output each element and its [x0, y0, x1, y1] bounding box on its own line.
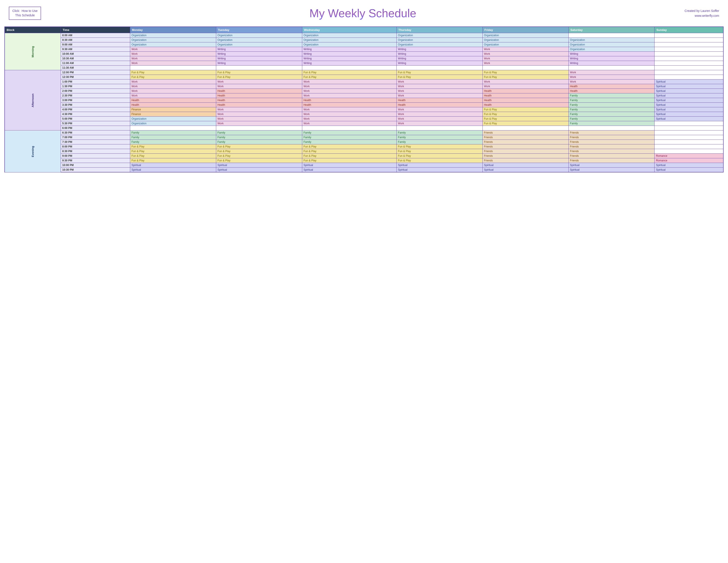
schedule-cell: Family	[130, 140, 216, 144]
schedule-cell: Spiritual	[655, 98, 723, 103]
schedule-cell: Health	[482, 98, 569, 103]
schedule-cell: Fun & Play	[216, 144, 302, 149]
schedule-cell: Work	[569, 75, 655, 79]
time-cell: 8:00 AM	[61, 33, 130, 38]
col-header-saturday: Saturday	[569, 27, 655, 33]
schedule-cell: Family	[302, 140, 396, 144]
schedule-cell: Writing	[302, 47, 396, 52]
time-cell: 8:30 PM	[61, 149, 130, 154]
schedule-cell: Fun & Play	[302, 75, 396, 79]
schedule-cell: Friends	[482, 144, 569, 149]
schedule-cell: Work	[130, 93, 216, 98]
schedule-cell: Work	[130, 84, 216, 89]
schedule-cell: Friends	[569, 154, 655, 158]
schedule-cell: Fun & Play	[216, 75, 302, 79]
schedule-cell: Work	[396, 84, 482, 89]
schedule-cell: Health	[569, 89, 655, 93]
col-header-wednesday: Wednesday	[302, 27, 396, 33]
schedule-cell: Family	[569, 98, 655, 103]
schedule-cell	[655, 70, 723, 75]
schedule-cell	[130, 126, 216, 130]
time-cell: 12:30 PM	[61, 75, 130, 79]
schedule-cell: Spiritual	[396, 167, 482, 172]
schedule-cell: Spiritual	[655, 93, 723, 98]
schedule-cell	[569, 126, 655, 130]
schedule-cell: Friends	[482, 140, 569, 144]
col-header-time: Time	[61, 27, 130, 33]
schedule-cell: Spiritual	[216, 167, 302, 172]
schedule-cell: Writing	[216, 52, 302, 56]
block-cell-morning: Morning	[5, 33, 61, 70]
schedule-cell: Friends	[482, 149, 569, 154]
schedule-cell: Family	[302, 135, 396, 140]
schedule-cell: Health	[482, 93, 569, 98]
schedule-cell: Spiritual	[569, 167, 655, 172]
schedule-table: Block Time Monday Tuesday Wednesday Thur…	[4, 26, 724, 172]
how-to-use-button[interactable]: Click: How to Use This Schedule	[9, 7, 41, 20]
schedule-cell: Writing	[396, 47, 482, 52]
schedule-cell: Romance	[655, 158, 723, 163]
schedule-cell: Fun & Play	[130, 154, 216, 158]
schedule-cell: Organization	[130, 42, 216, 47]
schedule-cell: Spiritual	[655, 163, 723, 167]
schedule-cell: Work	[482, 56, 569, 61]
schedule-cell: Spiritual	[130, 163, 216, 167]
schedule-cell: Work	[302, 117, 396, 121]
schedule-cell: Fun & Play	[482, 121, 569, 126]
schedule-cell: Family	[216, 130, 302, 135]
schedule-cell: Work	[130, 47, 216, 52]
schedule-cell: Work	[302, 112, 396, 117]
schedule-cell: Writing	[396, 52, 482, 56]
schedule-cell: Family	[569, 93, 655, 98]
schedule-cell: Fun & Play	[302, 154, 396, 158]
schedule-cell: Writing	[569, 61, 655, 66]
time-cell: 4:00 PM	[61, 107, 130, 112]
schedule-cell: Work	[569, 79, 655, 84]
schedule-cell	[655, 47, 723, 52]
time-cell: 2:30 PM	[61, 93, 130, 98]
schedule-cell: Friends	[569, 130, 655, 135]
schedule-cell: Spiritual	[655, 117, 723, 121]
schedule-cell: Work	[216, 79, 302, 84]
time-cell: 9:00 PM	[61, 154, 130, 158]
schedule-cell: Fun & Play	[482, 70, 569, 75]
schedule-cell: Family	[130, 135, 216, 140]
block-cell-afternoon: Afternoon	[5, 70, 61, 130]
schedule-cell: Writing	[216, 56, 302, 61]
time-cell: 9:00 AM	[61, 42, 130, 47]
col-header-block: Block	[5, 27, 61, 33]
time-cell: 5:00 PM	[61, 117, 130, 121]
schedule-cell	[655, 33, 723, 38]
schedule-cell	[655, 130, 723, 135]
schedule-cell: Fun & Play	[396, 144, 482, 149]
schedule-cell: Writing	[302, 52, 396, 56]
schedule-cell: Organization	[396, 33, 482, 38]
schedule-cell: Writing	[569, 52, 655, 56]
schedule-cell	[655, 75, 723, 79]
schedule-cell: Family	[569, 112, 655, 117]
schedule-cell	[655, 126, 723, 130]
schedule-cell: Fun & Play	[216, 70, 302, 75]
time-cell: 10:00 PM	[61, 163, 130, 167]
schedule-cell	[655, 42, 723, 47]
schedule-cell	[655, 144, 723, 149]
schedule-cell: Friends	[482, 135, 569, 140]
schedule-cell: Organization	[216, 38, 302, 42]
schedule-cell: Organization	[396, 42, 482, 47]
time-cell: 12:00 PM	[61, 70, 130, 75]
schedule-cell: Fun & Play	[482, 112, 569, 117]
schedule-cell: Fun & Play	[130, 149, 216, 154]
schedule-cell: Spiritual	[655, 89, 723, 93]
schedule-cell: Work	[130, 89, 216, 93]
schedule-cell	[655, 61, 723, 66]
schedule-cell	[396, 66, 482, 70]
schedule-cell: Friends	[569, 144, 655, 149]
schedule-cell: Health	[396, 98, 482, 103]
schedule-cell: Spiritual	[655, 107, 723, 112]
schedule-cell: Finance	[130, 107, 216, 112]
schedule-cell: Family	[130, 130, 216, 135]
schedule-cell: Fun & Play	[130, 75, 216, 79]
schedule-cell: Organization	[569, 42, 655, 47]
schedule-cell: Fun & Play	[216, 149, 302, 154]
schedule-cell: Writing	[396, 61, 482, 66]
